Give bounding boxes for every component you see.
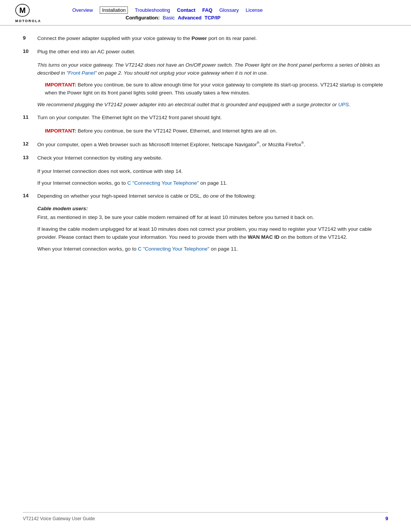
connecting-telephone-link-2[interactable]: C "Connecting Your Telephone": [138, 246, 209, 252]
step-13-text: Check your Internet connection by visiti…: [37, 154, 388, 162]
important-label-1: IMPORTANT:: [45, 82, 76, 88]
step-12-number: 12: [23, 141, 37, 147]
italic-block-1: This turns on your voice gateway. The VT…: [37, 61, 388, 77]
nav-overview[interactable]: Overview: [72, 7, 93, 13]
cable-modem-header: Cable modem users:: [37, 206, 388, 211]
step-14-text: Depending on whether your high-speed Int…: [37, 192, 388, 200]
step-body-13: If your Internet connection does not wor…: [37, 168, 388, 187]
nav-glossary[interactable]: Glossary: [219, 7, 239, 13]
step-11-item: 11 Turn on your computer. The Ethernet l…: [23, 114, 388, 122]
nav-troubleshooting[interactable]: Troubleshooting: [135, 7, 170, 13]
cable-modem-para2: If leaving the cable modem unplugged for…: [37, 225, 388, 241]
important-block-1: IMPORTANT: Before you continue, be sure …: [45, 81, 388, 97]
ups-link[interactable]: UPS: [338, 102, 349, 107]
page-wrapper: M MOTOROLA Overview Installation Trouble…: [0, 0, 411, 532]
step-9-item: 9 Connect the power adapter supplied wit…: [23, 35, 388, 43]
motorola-m-icon: M: [15, 4, 30, 17]
step-13-item: 13 Check your Internet connection by vis…: [23, 154, 388, 162]
cable-modem-para1: First, as mentioned in step 3, be sure y…: [37, 214, 388, 222]
step-body-11: IMPORTANT: Before you continue, be sure …: [37, 127, 388, 135]
step-13-number: 13: [23, 154, 37, 160]
cable-modem-para3: When your Internet connection works, go …: [37, 245, 388, 253]
nav-faq[interactable]: FAQ: [202, 7, 212, 13]
important-label-2: IMPORTANT:: [45, 128, 76, 134]
step-14-number: 14: [23, 192, 37, 198]
nav-bottom: Configuration: Basic Advanced TCP/IP: [72, 15, 396, 21]
step-11-text: Turn on your computer. The Ethernet ligh…: [37, 114, 388, 122]
nav-installation[interactable]: Installation: [100, 6, 128, 14]
step-9-text: Connect the power adapter supplied with …: [37, 35, 388, 43]
step-12-item: 12 On your computer, open a Web browser …: [23, 141, 388, 149]
header: M MOTOROLA Overview Installation Trouble…: [0, 0, 411, 26]
step-11-number: 11: [23, 114, 37, 120]
motorola-logo: M MOTOROLA: [15, 4, 41, 23]
step-10-number: 10: [23, 48, 37, 54]
step-body-14: Cable modem users: First, as mentioned i…: [37, 206, 388, 253]
front-panel-link[interactable]: "Front Panel": [67, 70, 97, 76]
nav-license[interactable]: License: [246, 7, 263, 13]
svg-text:M: M: [19, 6, 26, 14]
nav-top: Overview Installation Troubleshooting Co…: [72, 6, 396, 14]
step-10-text: Plug the other end into an AC power outl…: [37, 48, 388, 56]
italic-note-1: We recommend plugging the VT2142 power a…: [37, 101, 388, 109]
logo-area: M MOTOROLA: [15, 4, 65, 23]
connecting-telephone-link-1[interactable]: C "Connecting Your Telephone": [127, 180, 199, 186]
logo-text: MOTOROLA: [15, 19, 41, 23]
nav-config-advanced[interactable]: Advanced: [178, 15, 201, 21]
step-body-10: This turns on your voice gateway. The VT…: [37, 61, 388, 109]
content: 9 Connect the power adapter supplied wit…: [0, 26, 411, 281]
step-10-item: 10 Plug the other end into an AC power o…: [23, 48, 388, 56]
footer: VT2142 Voice Gateway User Guide 9: [23, 512, 388, 521]
nav-config-label: Configuration:: [126, 15, 160, 21]
nav-config-tcpip[interactable]: TCP/IP: [204, 15, 220, 21]
nav-contact[interactable]: Contact: [177, 7, 195, 13]
nav-config-basic[interactable]: Basic: [163, 15, 175, 21]
important-block-2: IMPORTANT: Before you continue, be sure …: [45, 127, 388, 135]
logo-symbol: M: [15, 4, 30, 19]
nav-area: Overview Installation Troubleshooting Co…: [65, 6, 396, 21]
step-13-sub1: If your Internet connection does not wor…: [37, 168, 388, 176]
step-12-text: On your computer, open a Web browser suc…: [37, 141, 388, 149]
step-9-number: 9: [23, 35, 37, 41]
footer-left: VT2142 Voice Gateway User Guide: [23, 516, 95, 521]
footer-right: 9: [386, 516, 388, 521]
step-14-item: 14 Depending on whether your high-speed …: [23, 192, 388, 200]
step-13-sub2: If your Internet connection works, go to…: [37, 179, 388, 187]
